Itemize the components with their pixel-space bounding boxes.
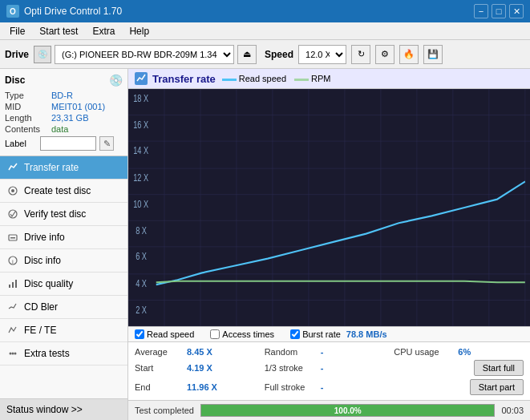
svg-rect-4	[10, 237, 15, 239]
read-speed-checkbox[interactable]	[135, 329, 144, 339]
svg-point-11	[12, 353, 14, 355]
disc-icon: 💿	[109, 74, 123, 87]
nav-item-disc-info[interactable]: i Disc info	[0, 249, 127, 273]
mid-label: MID	[5, 102, 51, 111]
disc-info-icon: i	[6, 254, 19, 267]
elapsed-time: 00:03	[501, 406, 524, 415]
save-button[interactable]: 💾	[423, 45, 443, 64]
svg-point-2	[9, 210, 17, 218]
svg-rect-7	[9, 285, 10, 288]
length-label: Length	[5, 113, 51, 123]
speed-label: Speed	[265, 49, 293, 60]
random-value: -	[321, 347, 353, 357]
maximize-button[interactable]: □	[492, 4, 506, 18]
end-label: End	[135, 382, 187, 392]
nav-label-drive-info: Drive info	[24, 232, 65, 243]
label-input[interactable]	[40, 136, 96, 151]
drive-select[interactable]: (G:) PIONEER BD-RW BDR-209M 1.34	[55, 45, 234, 64]
start-full-button[interactable]: Start full	[474, 360, 524, 376]
nav-item-cd-bler[interactable]: CD Bler	[0, 296, 127, 319]
svg-text:4 X: 4 X	[136, 278, 147, 289]
menu-file[interactable]: File	[3, 24, 31, 38]
settings-button[interactable]: ⚙	[375, 45, 394, 64]
nav-label-cd-bler: CD Bler	[24, 301, 58, 313]
close-button[interactable]: ✕	[509, 4, 524, 18]
nav-item-create-test-disc[interactable]: Create test disc	[0, 180, 127, 203]
nav-label-verify-test-disc: Verify test disc	[24, 208, 86, 220]
stats-area: Average 8.45 X Random - CPU usage 6% Sta…	[128, 342, 530, 400]
stats-row-2: Start 4.19 X 1/3 stroke - Start full	[135, 358, 524, 378]
mid-value: MEIT01 (001)	[51, 102, 105, 111]
minimize-button[interactable]: −	[474, 4, 488, 18]
contents-label: Contents	[5, 124, 51, 134]
svg-text:6 X: 6 X	[136, 250, 147, 261]
chart-title: Transfer rate	[152, 73, 216, 85]
nav-item-disc-quality[interactable]: Disc quality	[0, 273, 127, 296]
content-area: Transfer rate Read speed RPM	[128, 69, 530, 420]
stats-row-3: End 11.96 X Full stroke - Start part	[135, 378, 524, 397]
start-label: Start	[135, 363, 187, 373]
stroke13-label: 1/3 stroke	[265, 363, 321, 373]
svg-rect-8	[12, 282, 14, 288]
progress-bar-fill: 100.0%	[201, 405, 494, 416]
end-value: 11.96 X	[187, 382, 231, 392]
eject-button[interactable]: ⏏	[237, 45, 257, 64]
contents-value: data	[51, 124, 68, 134]
nav-label-disc-quality: Disc quality	[24, 278, 73, 289]
fe-te-icon	[6, 324, 19, 337]
create-test-disc-icon	[6, 184, 19, 197]
extra-tests-icon	[6, 347, 19, 360]
svg-text:16 X: 16 X	[133, 119, 148, 130]
read-speed-label: Read speed	[147, 329, 194, 339]
nav-item-verify-test-disc[interactable]: Verify test disc	[0, 203, 127, 226]
progress-bar-background: 100.0%	[200, 404, 495, 417]
nav-label-disc-info: Disc info	[24, 255, 61, 266]
burn-button[interactable]: 🔥	[399, 45, 419, 64]
menu-bar: File Start test Extra Help	[0, 22, 530, 40]
full-stroke-label: Full stroke	[265, 382, 321, 392]
nav-item-transfer-rate[interactable]: Transfer rate	[0, 156, 127, 180]
svg-text:i: i	[12, 258, 14, 265]
svg-point-12	[14, 353, 17, 355]
access-times-checkbox[interactable]	[210, 329, 220, 339]
nav-item-extra-tests[interactable]: Extra tests	[0, 342, 127, 365]
menu-help[interactable]: Help	[123, 24, 156, 38]
progress-percent: 100.0%	[334, 406, 362, 415]
label-button[interactable]: ✎	[99, 136, 114, 151]
progress-area: Test completed 100.0% 00:03	[128, 400, 530, 420]
stroke13-value: -	[321, 363, 353, 373]
status-window-button[interactable]: Status window >>	[0, 398, 127, 420]
cd-bler-icon	[6, 301, 19, 313]
average-label: Average	[135, 347, 187, 357]
full-stroke-value: -	[321, 382, 353, 392]
drive-label: Drive	[5, 49, 29, 60]
nav-section: Transfer rate Create test disc Verify te…	[0, 156, 127, 398]
menu-extra[interactable]: Extra	[86, 24, 121, 38]
cpu-value: 6%	[458, 347, 524, 357]
chart-legend: Read speed RPM	[222, 74, 331, 83]
legend-rpm-label: RPM	[311, 74, 330, 83]
transfer-rate-icon	[6, 161, 19, 174]
drive-icon: 💿	[34, 46, 51, 63]
nav-label-create-test-disc: Create test disc	[24, 185, 91, 196]
start-part-button[interactable]: Start part	[470, 379, 524, 395]
speed-select[interactable]: 12.0 X	[298, 45, 346, 64]
burst-rate-label: Burst rate	[302, 329, 341, 339]
burst-rate-checkbox[interactable]	[290, 329, 300, 339]
nav-item-drive-info[interactable]: Drive info	[0, 226, 127, 249]
nav-item-fe-te[interactable]: FE / TE	[0, 319, 127, 342]
svg-text:2 X: 2 X	[136, 304, 147, 315]
svg-point-10	[10, 353, 12, 355]
refresh-button[interactable]: ↻	[351, 45, 370, 64]
app-icon: O	[6, 5, 19, 18]
disc-quality-icon	[6, 277, 19, 290]
transfer-rate-chart: 18 X 16 X 14 X 12 X 10 X 8 X 6 X 4 X 2 X	[128, 89, 530, 326]
nav-label-transfer-rate: Transfer rate	[24, 162, 79, 173]
menu-start-test[interactable]: Start test	[33, 24, 84, 38]
random-label: Random	[265, 347, 321, 357]
svg-rect-9	[15, 280, 17, 288]
legend-read-check	[222, 79, 237, 81]
svg-point-1	[11, 189, 14, 192]
svg-text:12 X: 12 X	[133, 172, 148, 184]
legend-rpm-check	[294, 79, 309, 81]
